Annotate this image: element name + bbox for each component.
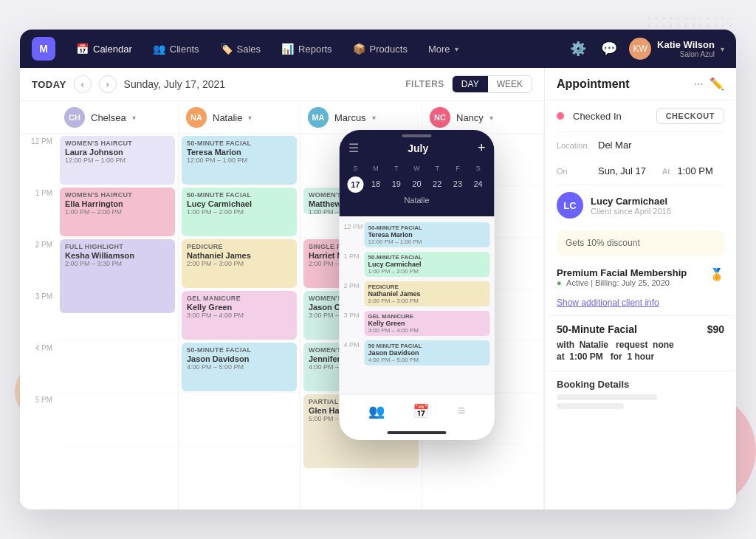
phone-appt-teresa[interactable]: 50-MINUTE FACIAL Teresa Marion 12:00 PM …: [365, 222, 490, 247]
today-button[interactable]: TODAY: [32, 79, 66, 90]
phone-date-19[interactable]: 19: [386, 176, 407, 193]
appt-ella[interactable]: WOMEN'S HAIRCUT Ella Harrington 1:00 PM …: [60, 188, 175, 236]
settings-icon[interactable]: ⚙️: [567, 38, 589, 60]
phone-home-bar: [388, 431, 447, 434]
phone-staff-label: Natalie: [346, 193, 489, 209]
phone-cal-body: 12 PM 50-MINUTE FACIAL Teresa Marion 12:…: [340, 216, 495, 394]
app-logo[interactable]: M: [32, 37, 55, 61]
location-label: Location: [557, 141, 594, 150]
date-label: Sunday, July 17, 2021: [124, 78, 399, 90]
user-info: Katie Wilson Salon Azul: [657, 39, 715, 58]
appt-kesha[interactable]: FULL HIGHLIGHT Kesha Williamson 2:00 PM …: [60, 239, 175, 313]
membership-badge-icon: 🏅: [709, 267, 724, 281]
phone-appt-lucy-m[interactable]: 50-MINUTE FACIAL Lucy Carmichael 1:00 PM…: [365, 252, 490, 277]
staff-avatar-nancy: NC: [430, 107, 450, 128]
show-more-link[interactable]: Show additional client info: [545, 295, 736, 315]
week-view-button[interactable]: WEEK: [488, 76, 532, 92]
sales-icon: 🏷️: [220, 43, 233, 55]
appt-laura[interactable]: WOMEN'S HAIRCUT Laura Johnson 12:00 PM –…: [60, 136, 175, 185]
phone-time-3: 3 PM: [344, 309, 365, 319]
appt-teresa[interactable]: 50-MINUTE FACIAL Teresa Marion 12:00 PM …: [182, 136, 297, 185]
time-slot-4pm: 4 PM: [20, 341, 57, 393]
phone-date-22[interactable]: 22: [427, 176, 447, 193]
day-view-button[interactable]: DAY: [453, 76, 488, 92]
clients-icon: 👥: [153, 43, 165, 55]
staff-col-natalie[interactable]: NA Natalie ▾: [179, 101, 300, 134]
phone-time-12: 12 PM: [344, 221, 365, 230]
appt-nathaniel[interactable]: PEDICURE Nathaniel James 2:00 PM – 3:00 …: [182, 239, 297, 288]
phone-menu-icon[interactable]: ☰: [348, 141, 359, 155]
client-name: Lucy Carmichael: [591, 196, 671, 207]
service-price: $90: [707, 323, 724, 335]
phone-dow-row: S M T W T F S: [346, 163, 489, 174]
panel-options-button[interactable]: ···: [694, 78, 704, 91]
booking-line-2: [557, 403, 624, 409]
phone-date-20[interactable]: 20: [407, 176, 427, 193]
appointment-panel: Appointment ··· ✏️ Checked In CHECKOUT L…: [544, 68, 736, 509]
phone-date-23[interactable]: 23: [447, 176, 468, 193]
phone-appts-2: PEDICURE Nathaniel James 2:00 PM – 3:00 …: [365, 280, 490, 309]
phone-appts-12: 50-MINUTE FACIAL Teresa Marion 12:00 PM …: [365, 221, 490, 250]
phone-date-24[interactable]: 24: [468, 176, 489, 193]
service-name: 50-Minute Facial: [557, 323, 637, 335]
time-slot-5pm: 5 PM: [20, 393, 57, 444]
phone-appt-nathaniel-m[interactable]: PEDICURE Nathaniel James 2:00 PM – 3:00 …: [365, 281, 490, 306]
staff-chevron-nancy: ▾: [489, 114, 493, 122]
service-header: 50-Minute Facial $90: [557, 323, 724, 335]
next-button[interactable]: ›: [99, 75, 117, 93]
phone-time-row-3: 3 PM GEL MANICURE Kelly Green 3:00 PM – …: [340, 309, 495, 339]
status-dot: [557, 112, 564, 120]
staff-name-natalie: Natalie: [213, 112, 242, 123]
panel-edit-button[interactable]: ✏️: [709, 77, 724, 91]
appt-kelly[interactable]: GEL MANICURE Kelly Green 3:00 PM – 4:00 …: [182, 291, 297, 340]
appt-jason-n[interactable]: 50-MINUTE FACIAL Jason Davidson 4:00 PM …: [182, 343, 297, 391]
phone-notch-bar: [402, 134, 432, 137]
nav-right-actions: ⚙️ 💬 KW Katie Wilson Salon Azul ▾: [567, 38, 724, 60]
staff-col-marcus[interactable]: MA Marcus ▾: [300, 101, 422, 134]
phone-date-18[interactable]: 18: [365, 176, 386, 193]
service-with: with Natalie request none: [557, 340, 724, 350]
staff-col-nancy[interactable]: NC Nancy ▾: [422, 101, 544, 134]
status-row: Checked In CHECKOUT: [545, 100, 736, 131]
user-chevron-icon: ▾: [721, 45, 724, 53]
staff-grid-chelsea: WOMEN'S HAIRCUT Laura Johnson 12:00 PM –…: [57, 134, 179, 509]
prev-button[interactable]: ‹: [74, 75, 92, 93]
time-label-2pm: 2 PM: [35, 241, 52, 249]
phone-clients-icon[interactable]: 👥: [368, 403, 385, 419]
appt-lucy[interactable]: 50-MINUTE FACIAL Lucy Carmichael 1:00 PM…: [182, 188, 297, 236]
staff-col-chelsea[interactable]: CH Chelsea ▾: [57, 101, 179, 134]
phone-date-17[interactable]: 17: [347, 176, 363, 193]
nav-item-sales[interactable]: 🏷️ Sales: [211, 38, 270, 59]
service-time: at 1:00 PM for 1 hour: [557, 351, 724, 362]
phone-calendar-icon[interactable]: 📅: [413, 403, 429, 419]
nav-item-clients[interactable]: 👥 Clients: [144, 38, 208, 59]
chat-icon[interactable]: 💬: [598, 38, 620, 60]
datetime-field: On Sun, Jul 17 At 1:00 PM: [545, 158, 736, 184]
phone-time-2: 2 PM: [344, 280, 365, 289]
membership-status: ● Active | Billing: July 25, 2020: [557, 278, 704, 287]
nav-item-products[interactable]: 📦 Products: [344, 38, 416, 59]
phone-menu-bottom-icon[interactable]: ≡: [458, 403, 466, 419]
phone-add-button[interactable]: +: [478, 140, 486, 156]
phone-header: ☰ July +: [340, 134, 495, 163]
nav-item-more[interactable]: More ▾: [419, 39, 467, 59]
phone-time-row-1: 1 PM 50-MINUTE FACIAL Lucy Carmichael 1:…: [340, 250, 495, 280]
nav-item-reports[interactable]: 📊 Reports: [272, 38, 341, 59]
client-avatar: LC: [557, 192, 583, 219]
booking-line-1: [557, 394, 657, 400]
booking-section: Booking Details: [545, 371, 736, 419]
time-slot-2pm: 2 PM: [20, 238, 57, 289]
staff-chevron-chelsea: ▾: [132, 114, 136, 122]
checkout-button[interactable]: CHECKOUT: [656, 108, 724, 124]
phone-calendar: S M T W T F S 17 18 19 20 22 23 24 Natal…: [340, 163, 495, 216]
products-icon: 📦: [353, 43, 365, 55]
staff-name-nancy: Nancy: [456, 112, 484, 123]
staff-chevron-natalie: ▾: [248, 114, 252, 122]
phone-time-row-2: 2 PM PEDICURE Nathaniel James 2:00 PM – …: [340, 280, 495, 309]
phone-appt-kelly-m[interactable]: GEL MANICURE Kelly Green 3:00 PM – 4:00 …: [365, 311, 490, 336]
nav-item-calendar[interactable]: 📅 Calendar: [67, 38, 141, 59]
user-menu[interactable]: KW Katie Wilson Salon Azul ▾: [629, 38, 724, 60]
phone-appt-jason-m[interactable]: 50 MINUTE FACIAL Jason Davidson 4:00 PM …: [365, 340, 490, 365]
phone-overlay: ☰ July + S M T W T F S 17 18 19 20 22 23…: [340, 130, 495, 440]
phone-month-label: July: [408, 143, 428, 154]
